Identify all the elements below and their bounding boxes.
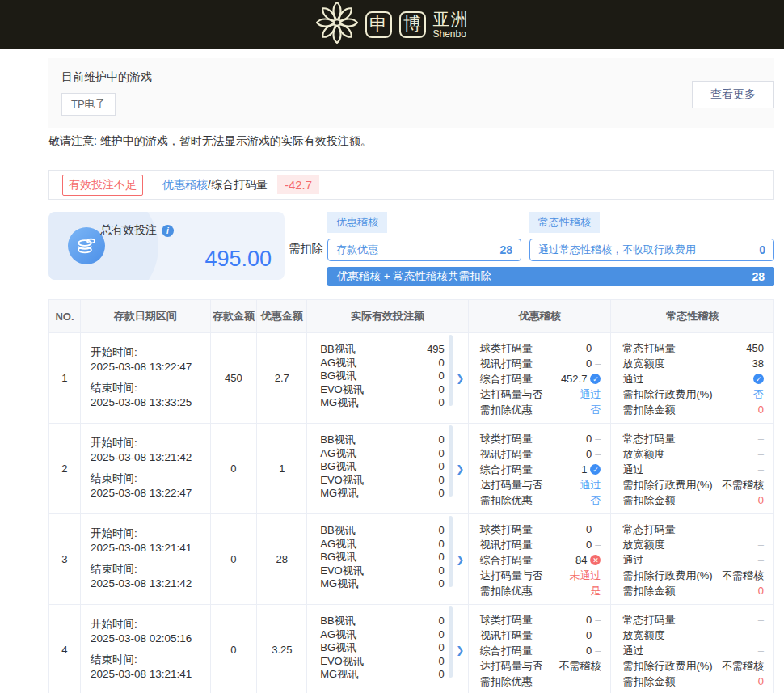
game-row: BB视讯0 bbox=[320, 433, 445, 447]
kv-label: 视讯打码量 bbox=[480, 447, 533, 462]
bonus-amount-cell: 28 bbox=[257, 514, 307, 604]
info-icon[interactable]: i bbox=[162, 225, 174, 237]
kv-value: – bbox=[758, 539, 764, 551]
promo-audit-cell: 球类打码量0–视讯打码量0–综合打码量452.7✓达打码量与否通过需扣除优惠否 bbox=[469, 333, 612, 423]
deposit-period-cell: 开始时间:2025-03-08 13:21:42结束时间:2025-03-08 … bbox=[81, 424, 211, 513]
game-name: AG视讯 bbox=[320, 628, 356, 642]
game-name: BG视讯 bbox=[320, 370, 356, 383]
maintenance-panel: 目前维护中的游戏 TP电子 查看更多 bbox=[48, 58, 774, 128]
deposit-period-cell: 开始时间:2025-03-08 13:21:41结束时间:2025-03-08 … bbox=[81, 514, 211, 604]
end-time-value: 2025-03-08 13:22:47 bbox=[91, 486, 210, 501]
chevron-right-icon[interactable]: ❯ bbox=[456, 644, 464, 656]
kv-label: 放宽额度 bbox=[622, 628, 664, 643]
row-number-cell: 2 bbox=[49, 424, 81, 513]
header-promo-audit: 优惠稽核 bbox=[469, 300, 612, 332]
end-time-label: 结束时间: bbox=[91, 653, 210, 667]
kv-value: – bbox=[758, 554, 764, 566]
audit-summary: 优惠稽核 存款优惠 28 常态性稽核 通过常态性稽核，不收取行政费用 0 bbox=[327, 212, 774, 286]
kv-label: 需扣除金额 bbox=[622, 674, 675, 689]
kv-label: 达打码量与否 bbox=[480, 568, 543, 583]
kv-value: 450 bbox=[746, 342, 764, 354]
game-row: AG视讯0 bbox=[320, 628, 445, 642]
shortfall-value: -42.7 bbox=[277, 175, 319, 194]
total-bet-value: 495.00 bbox=[204, 247, 272, 272]
games-scrollbar-thumb[interactable] bbox=[449, 335, 453, 406]
game-value: 0 bbox=[439, 357, 445, 370]
kv-label: 需扣除行政费用(%) bbox=[622, 568, 712, 583]
kv-row: 通过– bbox=[622, 552, 764, 568]
games-scrollbar-thumb[interactable] bbox=[449, 606, 453, 678]
game-name: EVO视讯 bbox=[320, 564, 363, 578]
start-time-label: 开始时间: bbox=[91, 345, 210, 360]
kv-label: 常态打码量 bbox=[622, 613, 675, 628]
chevron-right-icon[interactable]: ❯ bbox=[456, 554, 464, 565]
game-name: BG视讯 bbox=[320, 551, 356, 564]
game-row: AG视讯0 bbox=[320, 447, 445, 461]
deposit-amount-cell: 0 bbox=[211, 424, 258, 513]
kv-row: 达打码量与否不需稽核 bbox=[480, 658, 601, 674]
kv-label: 需扣除优惠 bbox=[480, 674, 533, 689]
kv-row: 需扣除行政费用(%)不需稽核 bbox=[622, 658, 764, 674]
start-time-label: 开始时间: bbox=[91, 526, 210, 541]
game-name: AG视讯 bbox=[320, 357, 356, 370]
kv-label: 通过 bbox=[622, 644, 643, 658]
kv-label: 通过 bbox=[622, 463, 643, 477]
kv-value: 0– bbox=[586, 644, 601, 657]
normal-audit-tab[interactable]: 常态性稽核 bbox=[529, 212, 600, 233]
top-bar: 申 博 亚洲 Shenbo bbox=[0, 0, 784, 49]
start-time-value: 2025-03-08 13:21:41 bbox=[91, 541, 210, 556]
view-more-button[interactable]: 查看更多 bbox=[692, 81, 774, 108]
game-name: EVO视讯 bbox=[320, 383, 363, 397]
chevron-right-icon[interactable]: ❯ bbox=[456, 373, 464, 384]
kv-value: 452.7✓ bbox=[561, 373, 601, 385]
kv-row: 需扣除优惠– bbox=[480, 674, 601, 689]
games-scrollbar-thumb[interactable] bbox=[449, 516, 453, 587]
normal-audit-label: 通过常态性稽核，不收取行政费用 bbox=[538, 243, 696, 257]
kv-label: 放宽额度 bbox=[622, 447, 664, 462]
table-row: 3开始时间:2025-03-08 13:21:41结束时间:2025-03-08… bbox=[49, 513, 773, 604]
main-content: 目前维护中的游戏 TP电子 查看更多 敬请注意: 维护中的游戏，暂时无法显示游戏… bbox=[48, 58, 774, 693]
kv-value: – bbox=[758, 614, 764, 626]
games-scrollbar-thumb[interactable] bbox=[449, 425, 453, 497]
kv-value: 0– bbox=[586, 433, 601, 445]
logo-char-bo: 博 bbox=[399, 11, 426, 38]
kv-row: 球类打码量0– bbox=[480, 522, 601, 537]
kv-row: 通过– bbox=[622, 643, 764, 658]
kv-value: 0 bbox=[758, 494, 764, 506]
table-body: 1开始时间:2025-03-08 13:22:47结束时间:2025-03-08… bbox=[49, 332, 773, 693]
kv-label: 放宽额度 bbox=[622, 357, 664, 371]
total-deduction-bar: 优惠稽核 + 常态性稽核共需扣除 28 bbox=[327, 267, 774, 286]
game-row: MG视讯0 bbox=[320, 396, 445, 410]
kv-row: 球类打码量0– bbox=[480, 340, 601, 356]
promo-audit-tab[interactable]: 优惠稽核 bbox=[327, 212, 387, 233]
deposit-promo-label: 存款优惠 bbox=[336, 243, 378, 257]
promo-audit-link[interactable]: 优惠稽核 bbox=[162, 178, 208, 192]
game-row: EVO视讯0 bbox=[320, 564, 445, 578]
game-value: 0 bbox=[439, 551, 445, 564]
game-row: BG视讯0 bbox=[320, 460, 445, 474]
deposit-promo-field[interactable]: 存款优惠 28 bbox=[327, 239, 521, 261]
end-time-value: 2025-03-08 13:21:41 bbox=[91, 667, 210, 682]
start-time-label: 开始时间: bbox=[91, 436, 210, 450]
chevron-right-icon[interactable]: ❯ bbox=[456, 463, 464, 475]
kv-row: 达打码量与否通过 bbox=[480, 477, 601, 492]
kv-label: 常态打码量 bbox=[622, 432, 675, 446]
kv-label: 通过 bbox=[622, 372, 643, 387]
kv-value: 0– bbox=[586, 342, 601, 354]
kv-label: 需扣除优惠 bbox=[480, 493, 533, 508]
kv-label: 通过 bbox=[622, 553, 643, 568]
kv-label: 综合打码量 bbox=[480, 644, 533, 658]
flower-logo-icon bbox=[316, 2, 358, 47]
kv-label: 需扣除行政费用(%) bbox=[622, 478, 712, 492]
kv-row: 通过– bbox=[622, 462, 764, 477]
deduct-label: 需扣除 bbox=[285, 212, 327, 286]
kv-row: 需扣除金额0 bbox=[622, 492, 764, 508]
table-row: 1开始时间:2025-03-08 13:22:47结束时间:2025-03-08… bbox=[49, 332, 773, 423]
game-value: 0 bbox=[439, 447, 445, 461]
normal-audit-field[interactable]: 通过常态性稽核，不收取行政费用 0 bbox=[529, 239, 774, 261]
total-deduction-label: 优惠稽核 + 常态性稽核共需扣除 bbox=[337, 269, 491, 284]
kv-label: 综合打码量 bbox=[480, 553, 533, 568]
game-value: 0 bbox=[439, 433, 445, 447]
kv-label: 常态打码量 bbox=[622, 522, 675, 537]
kv-row: 球类打码量0– bbox=[480, 612, 601, 628]
